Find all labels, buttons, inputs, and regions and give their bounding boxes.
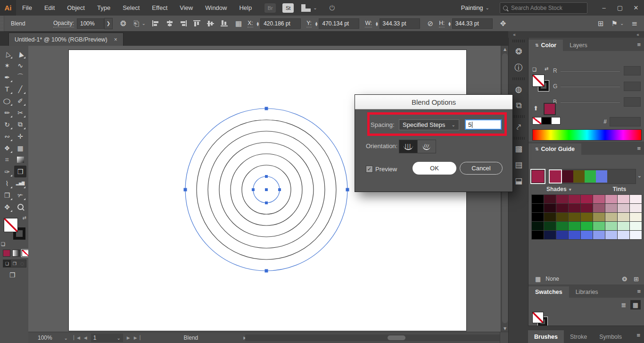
opacity-value[interactable]: 100% (77, 18, 104, 29)
preview-label[interactable]: Preview (375, 166, 397, 173)
cancel-button[interactable]: Cancel (460, 162, 503, 175)
steps-input[interactable]: 5 (465, 119, 502, 130)
recolor-artwork-icon[interactable]: ❂ (120, 19, 126, 28)
channel-slider[interactable] (561, 101, 620, 103)
close-button[interactable]: ✕ (628, 0, 644, 16)
variation-swatch[interactable] (581, 213, 593, 221)
h-stepper[interactable]: ▲▼ (448, 21, 451, 26)
zoom-tool[interactable] (14, 201, 26, 213)
variation-swatch[interactable] (630, 213, 642, 221)
menu-object[interactable]: Object (61, 0, 91, 16)
harmony-swatch[interactable] (585, 170, 596, 183)
variation-swatch[interactable] (605, 204, 617, 212)
align-icon[interactable]: ▤ (511, 157, 527, 173)
shape-builder-tool[interactable]: ❖ (1, 142, 13, 154)
menu-edit[interactable]: Edit (38, 0, 61, 16)
variation-swatch[interactable] (569, 195, 580, 203)
variation-swatch[interactable] (593, 213, 605, 221)
panel-menu-icon[interactable]: ≡ (631, 19, 637, 28)
gradient-tool[interactable] (14, 154, 26, 166)
variation-swatch[interactable] (618, 204, 629, 212)
none-swatch[interactable] (532, 117, 542, 125)
tab-brushes[interactable]: Brushes (528, 330, 564, 343)
align-top-icon[interactable] (193, 20, 200, 26)
variation-swatch[interactable] (556, 231, 568, 239)
panel-menu-icon[interactable]: ≡ (636, 332, 640, 339)
panel-menu-icon[interactable]: ≡ (637, 41, 641, 48)
dock-grip[interactable] (512, 40, 525, 42)
chevron-down-icon[interactable]: ⌄ (313, 5, 317, 10)
screen-mode-icon[interactable]: ❐ (9, 271, 16, 279)
base-color-swatch[interactable] (531, 170, 545, 183)
channel-slider[interactable] (561, 86, 620, 87)
line-segment-tool[interactable]: ╱ (14, 83, 26, 95)
symbol-sprayer-tool[interactable]: ⌇ (1, 177, 13, 189)
hex-input[interactable] (610, 117, 641, 126)
w-stepper[interactable]: ▲▼ (376, 21, 378, 26)
puppet-warp-tool[interactable]: ✛ (14, 130, 26, 142)
perspective-grid-tool[interactable]: ▦ (14, 142, 26, 154)
chevron-down-icon[interactable]: ⌄ (142, 21, 146, 26)
channel-value-box[interactable] (624, 97, 641, 107)
menu-window[interactable]: Window (199, 0, 233, 16)
style-icon[interactable]: ⎗ (134, 19, 140, 28)
fill-swatch[interactable] (532, 75, 545, 87)
close-tab-icon[interactable]: × (114, 36, 117, 43)
align-center-icon[interactable] (166, 20, 173, 26)
save-to-swatches-icon[interactable]: ⊞ (634, 276, 639, 283)
x-stepper[interactable]: ▲▼ (257, 21, 259, 26)
draw-inside-mode[interactable]: ◌ (18, 260, 26, 267)
variation-swatch[interactable] (581, 222, 593, 230)
dialog-title[interactable]: Blend Options (355, 95, 512, 109)
variation-swatch[interactable] (605, 213, 617, 221)
variation-swatch[interactable] (544, 222, 556, 230)
variation-swatch[interactable] (544, 231, 556, 239)
harmony-strip[interactable] (548, 169, 636, 184)
w-value[interactable]: 344.33 pt (380, 18, 420, 29)
harmony-swatch[interactable] (562, 170, 573, 183)
variation-swatch[interactable] (605, 222, 617, 230)
chevron-down-icon[interactable]: ⌄ (637, 173, 642, 179)
variation-swatch[interactable] (569, 231, 580, 239)
transform-icon[interactable]: ✥ (500, 19, 506, 28)
variation-swatch[interactable] (569, 204, 580, 212)
hand-tool[interactable]: ✥ (1, 201, 13, 213)
share-icon[interactable]: ⏻ (330, 4, 335, 12)
variation-swatch[interactable] (532, 231, 544, 239)
tab-color[interactable]: ⇅ Color (528, 40, 563, 51)
variation-swatch[interactable] (569, 222, 580, 230)
ellipse-tool[interactable]: ○ (1, 95, 13, 107)
menu-help[interactable]: Help (233, 0, 258, 16)
variation-swatch[interactable] (544, 204, 556, 212)
selection-tool[interactable]: △ (1, 48, 13, 59)
scale-tool[interactable]: ⧉ (14, 118, 26, 130)
x-value[interactable]: 420.186 pt (260, 18, 301, 29)
limit-to-swatches-icon[interactable]: ▦ (535, 276, 541, 283)
variation-swatch[interactable] (581, 195, 593, 203)
align-middle-icon[interactable] (207, 20, 214, 26)
width-tool[interactable]: ∾ (1, 130, 13, 142)
anchor-point[interactable] (265, 175, 268, 178)
constrain-proportions-icon[interactable]: ⊘ (428, 19, 434, 28)
tab-symbols[interactable]: Symbols (593, 330, 628, 343)
gradient-button[interactable] (12, 250, 20, 257)
variation-swatch[interactable] (532, 195, 544, 203)
opacity-expand-button[interactable]: ❯ (104, 18, 113, 29)
align-right-icon[interactable] (180, 20, 187, 26)
panel-grip[interactable] (0, 16, 4, 31)
rotate-tool[interactable]: ↻ (1, 118, 13, 130)
menu-view[interactable]: View (173, 0, 199, 16)
blend-tool[interactable]: ❒ (14, 166, 26, 177)
status-display[interactable]: Blend (184, 335, 198, 341)
dock-grip[interactable] (512, 77, 525, 80)
collapse-panels-icon[interactable]: « (636, 32, 639, 37)
variation-swatch[interactable] (556, 195, 568, 203)
swap-fill-stroke-icon[interactable]: ⇄ (23, 215, 26, 220)
variation-swatch[interactable] (618, 195, 629, 203)
eyedropper-tool[interactable]: ✑ (1, 166, 13, 177)
menu-select[interactable]: Select (116, 0, 146, 16)
tab-stroke[interactable]: Stroke (564, 330, 593, 343)
harmony-swatch[interactable] (596, 170, 607, 183)
type-tool[interactable]: T (1, 83, 13, 95)
horizontal-scroll-thumb[interactable] (388, 335, 405, 340)
